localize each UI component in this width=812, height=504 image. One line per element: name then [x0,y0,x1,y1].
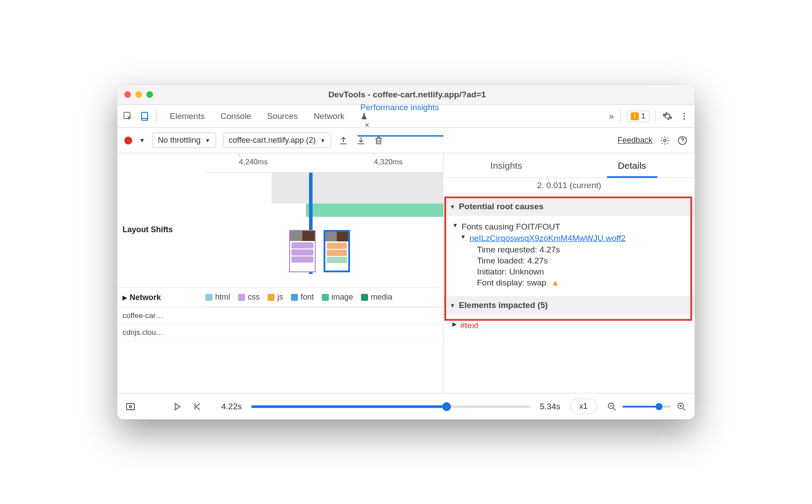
play-icon[interactable] [172,401,183,412]
region-block [272,173,443,204]
svg-point-9 [130,405,132,408]
tree-element[interactable]: ▶ #text [452,321,686,330]
insights-toolbar: ▼ No throttling ▼ coffee-cart.netlify.ap… [117,128,695,153]
time-ruler[interactable]: 4,240ms 4,320ms [205,153,443,173]
speed-toggle[interactable]: x1 [570,399,597,414]
tab-console[interactable]: Console [219,111,253,121]
close-icon[interactable]: × [365,121,369,130]
maximize-button[interactable] [146,91,153,98]
legend-font: font [291,293,314,302]
divider [620,110,621,123]
tab-details[interactable]: Details [569,153,695,178]
divider [656,110,656,123]
rewind-icon[interactable] [192,401,203,412]
right-tabs: Insights Details [443,153,695,178]
legend-html: html [205,293,230,302]
warning-icon: ▲ [551,278,559,287]
zoom-slider[interactable] [622,406,671,408]
kebab-menu-icon[interactable] [679,111,689,122]
tab-insights[interactable]: Insights [443,153,569,178]
chevron-down-icon: ▼ [320,137,325,144]
close-button[interactable] [124,91,131,98]
section-header[interactable]: ▼ Elements impacted (5) [443,296,695,315]
section-elements-impacted: ▼ Elements impacted (5) ▶ #text [443,296,695,334]
kv-time-requested: Time requested: 4.27s [452,245,686,255]
chevron-down-icon: ▼ [460,233,466,240]
svg-rect-8 [127,404,134,410]
legend-image: image [322,293,353,302]
timeline-gutter [117,153,205,173]
zoom-out-icon[interactable] [607,401,617,412]
zoom-in-icon[interactable] [676,401,687,412]
issues-count: 1 [641,112,645,121]
shift-thumbnail[interactable] [289,230,316,272]
svg-line-15 [683,408,685,410]
time-tick: 4,240ms [239,158,268,167]
font-link[interactable]: neILzCirqoswsqX9zoKmM4MwWJU.woff2 [469,233,626,243]
tab-network[interactable]: Network [312,111,346,121]
throttling-select[interactable]: No throttling ▼ [152,133,216,148]
record-button[interactable] [124,137,132,145]
help-icon[interactable] [677,135,688,146]
kv-font-display: Font display: swap ▲ [452,278,686,288]
window-title: DevTools - coffee-cart.netlify.app/?ad=1 [153,90,661,100]
time-current: 4.22s [221,402,242,411]
svg-point-5 [683,118,685,120]
page-select[interactable]: coffee-cart.netlify.app (2) ▼ [223,133,331,148]
traffic-lights [124,91,153,98]
export-icon[interactable] [338,135,349,146]
tree-fonts[interactable]: ▼ Fonts causing FOIT/FOUT [452,222,686,232]
section-header[interactable]: ▼ Potential root causes [443,197,695,216]
tab-sources[interactable]: Sources [265,111,300,121]
feedback-link[interactable]: Feedback [618,136,652,145]
svg-point-4 [683,115,685,117]
toggle-view-icon[interactable] [125,401,136,412]
time-tick: 4,320ms [374,158,402,167]
time-end: 5.34s [540,402,560,411]
svg-point-3 [683,112,685,114]
chevron-right-icon: ▶ [123,294,127,301]
settings-icon[interactable] [662,111,673,122]
import-icon[interactable] [356,135,366,146]
chevron-down-icon: ▼ [450,302,455,309]
tab-performance-insights[interactable]: Performance insights × [358,103,442,130]
chevron-down-icon: ▼ [450,204,455,210]
zoom-control [607,401,687,412]
chevron-down-icon: ▼ [452,222,458,229]
svg-point-6 [663,139,666,142]
record-dropdown[interactable]: ▼ [139,137,145,144]
network-row[interactable]: coffee-car… [117,308,443,324]
section-root-causes: ▼ Potential root causes ▼ Fonts causing … [443,197,695,296]
more-tabs[interactable]: » [609,111,614,121]
warning-icon: ! [631,112,639,120]
flask-icon [360,112,440,120]
tree-font-file[interactable]: ▼ neILzCirqoswsqX9zoKmM4MwWJU.woff2 [452,233,686,243]
shift-thumbnail-selected[interactable] [324,230,350,272]
devtools-window: DevTools - coffee-cart.netlify.app/?ad=1… [117,85,695,419]
network-label[interactable]: ▶ Network [117,288,205,307]
kv-initiator: Initiator: Unknown [452,267,686,277]
inspect-icon[interactable] [123,111,133,122]
minimize-button[interactable] [135,91,142,98]
issues-badge[interactable]: ! 1 [627,111,649,122]
layout-shifts-lane[interactable] [205,173,443,287]
tab-elements[interactable]: Elements [168,111,206,121]
legend-media: media [361,293,392,302]
gear-icon[interactable] [659,135,670,146]
devtools-tabbar: Elements Console Sources Network Perform… [117,105,695,128]
playback-slider[interactable] [251,405,530,408]
chevron-right-icon: ▶ [452,321,457,327]
details-body: 2. 0.011 (current) ▼ Potential root caus… [443,178,695,393]
network-legend: html css js font image media [205,288,443,307]
kv-time-loaded: Time loaded: 4.27s [452,256,686,266]
image-block [306,204,443,217]
device-toggle-icon[interactable] [139,111,150,122]
network-row[interactable]: cdnjs.clou… [117,324,443,341]
timeline-panel: 4,240ms 4,320ms Layout Shifts [117,153,443,393]
main-area: 4,240ms 4,320ms Layout Shifts [117,153,695,393]
panel-tabs: Elements Console Sources Network Perform… [168,103,443,130]
divider [156,110,156,123]
delete-icon[interactable] [373,135,384,146]
legend-css: css [238,293,260,302]
layout-shifts-label: Layout Shifts [117,173,205,287]
